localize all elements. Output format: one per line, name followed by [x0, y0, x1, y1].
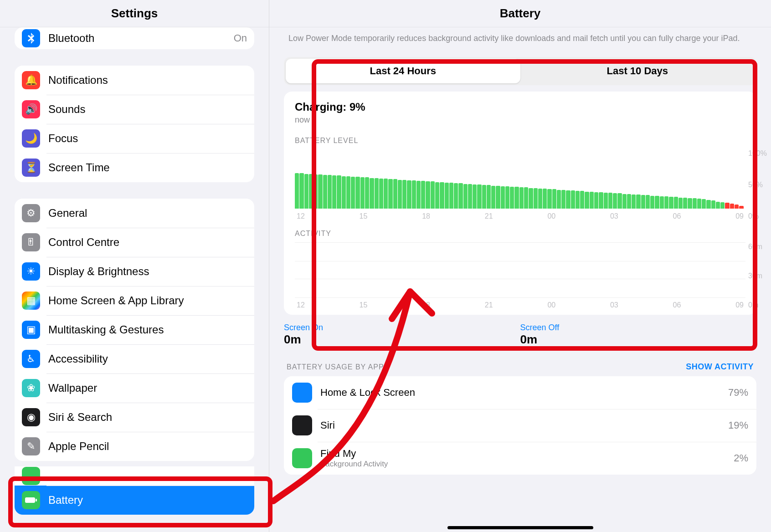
sidebar-item-touchid[interactable]: [15, 466, 254, 486]
battery-bar: [702, 199, 706, 209]
sidebar-item-sounds[interactable]: 🔊 Sounds: [15, 95, 254, 124]
sidebar-item-accessibility[interactable]: ♿︎ Accessibility: [15, 344, 254, 373]
battery-bar: [519, 187, 524, 209]
sidebar-item-battery[interactable]: Battery: [15, 486, 254, 515]
hourglass-icon: ⏳: [22, 159, 40, 177]
sun-icon: ☀︎: [22, 262, 40, 281]
battery-bar: [678, 198, 683, 209]
flower-icon: ❀: [22, 379, 40, 397]
app-pct: 79%: [728, 387, 748, 399]
battery-bar: [295, 173, 299, 209]
battery-bar: [641, 195, 645, 209]
battery-bar: [379, 179, 383, 209]
battery-bar: [477, 184, 481, 209]
battery-bar: [552, 189, 556, 209]
battery-bar: [445, 183, 449, 209]
activity-chart: 60m30m0m 1215182100030609: [295, 242, 745, 309]
battery-bar: [309, 174, 313, 209]
battery-bar: [622, 194, 627, 209]
sidebar-item-label: General: [48, 207, 247, 220]
home-indicator[interactable]: [447, 526, 593, 529]
battery-bar: [674, 197, 678, 209]
app-row-siri[interactable]: Siri 19%: [284, 409, 756, 442]
battery-bar: [426, 181, 430, 209]
battery-bar: [561, 190, 565, 209]
sidebar-item-general[interactable]: ⚙︎ General: [15, 199, 254, 228]
battery-level-chart: 100%50%0% 1215182100030609: [295, 149, 745, 220]
sidebar-item-apple-pencil[interactable]: ✎ Apple Pencil: [15, 432, 254, 461]
app-row-home-lock-screen[interactable]: Home & Lock Screen 79%: [284, 376, 756, 409]
app-icon: [292, 448, 312, 468]
battery-bar: [566, 190, 570, 209]
sidebar-item-label: Focus: [48, 132, 247, 145]
app-name: Find My: [320, 448, 734, 460]
app-row-find-my[interactable]: Find My Background Activity 2%: [284, 442, 756, 475]
sidebar-item-label: Bluetooth: [48, 32, 234, 45]
battery-bar: [514, 187, 519, 209]
battery-card: Charging: 9% now BATTERY LEVEL 100%50%0%…: [284, 92, 756, 315]
usage-by-app-header: BATTERY USAGE BY APP SHOW ACTIVITY: [284, 362, 756, 372]
battery-bar: [646, 195, 650, 209]
battery-bar: [716, 202, 720, 209]
battery-bar: [720, 202, 725, 209]
charging-status: Charging: 9%: [295, 101, 745, 113]
app-icon: [292, 415, 312, 435]
battery-bar: [370, 178, 374, 209]
battery-bar: [725, 203, 729, 209]
battery-bar: [491, 186, 495, 209]
sidebar-header: Settings: [0, 0, 269, 27]
sidebar-item-notifications[interactable]: 🔔 Notifications: [15, 66, 254, 95]
battery-bar: [529, 188, 533, 209]
battery-bar: [571, 190, 575, 209]
battery-bar: [412, 180, 416, 209]
show-activity-link[interactable]: SHOW ACTIVITY: [686, 362, 754, 372]
sidebar-item-multitasking-gestures[interactable]: ▣ Multitasking & Gestures: [15, 315, 254, 344]
battery-bar: [576, 191, 580, 209]
battery-bar: [617, 193, 622, 209]
battery-bar: [431, 181, 435, 209]
sidebar-item-screen-time[interactable]: ⏳ Screen Time: [15, 153, 254, 182]
pencil-icon: ✎: [22, 437, 40, 455]
sidebar-item-label: Battery: [48, 494, 247, 506]
sidebar-item-label: Multitasking & Gestures: [48, 323, 247, 336]
sidebar-item-focus[interactable]: 🌙 Focus: [15, 124, 254, 153]
sidebar-item-siri-search[interactable]: ◉ Siri & Search: [15, 403, 254, 432]
battery-bar: [650, 196, 654, 209]
sidebar-item-display-brightness[interactable]: ☀︎ Display & Brightness: [15, 257, 254, 286]
person-icon: ♿︎: [22, 350, 40, 368]
sidebar-item-bluetooth[interactable]: Bluetooth On: [15, 27, 254, 49]
battery-bar: [440, 182, 444, 209]
battery-bar: [355, 177, 360, 209]
battery-bar: [435, 182, 439, 209]
battery-bar: [449, 183, 453, 209]
battery-bar: [505, 186, 509, 209]
sidebar-item-value: On: [234, 32, 247, 44]
battery-bar: [346, 176, 350, 209]
segment-last-24h[interactable]: Last 24 Hours: [286, 59, 520, 83]
battery-bar: [632, 194, 636, 209]
battery-bar: [739, 206, 743, 209]
battery-bar: [421, 181, 425, 209]
battery-bar: [735, 205, 739, 209]
battery-bar: [580, 191, 584, 209]
usage-summary: Screen On 0m Screen Off 0m: [284, 323, 756, 347]
segment-last-10d[interactable]: Last 10 Days: [520, 59, 755, 83]
sidebar-item-home-screen-app-library[interactable]: ▦ Home Screen & App Library: [15, 286, 254, 315]
battery-bar: [697, 199, 701, 209]
sidebar-item-control-centre[interactable]: 🎚 Control Centre: [15, 228, 254, 257]
bluetooth-icon: [22, 29, 40, 47]
battery-bar: [590, 192, 594, 209]
battery-bar: [299, 173, 303, 209]
battery-bar: [314, 174, 318, 209]
battery-bar: [416, 181, 421, 209]
battery-bar: [599, 192, 603, 209]
battery-icon: [22, 491, 40, 509]
app-pct: 2%: [734, 452, 748, 464]
battery-bar: [585, 192, 589, 209]
gear-icon: ⚙︎: [22, 204, 40, 222]
sidebar-title: Settings: [111, 6, 158, 20]
sidebar-item-wallpaper[interactable]: ❀ Wallpaper: [15, 373, 254, 403]
battery-bar: [375, 178, 379, 209]
sidebar-item-label: Apple Pencil: [48, 440, 247, 453]
app-sub: Background Activity: [320, 460, 734, 469]
